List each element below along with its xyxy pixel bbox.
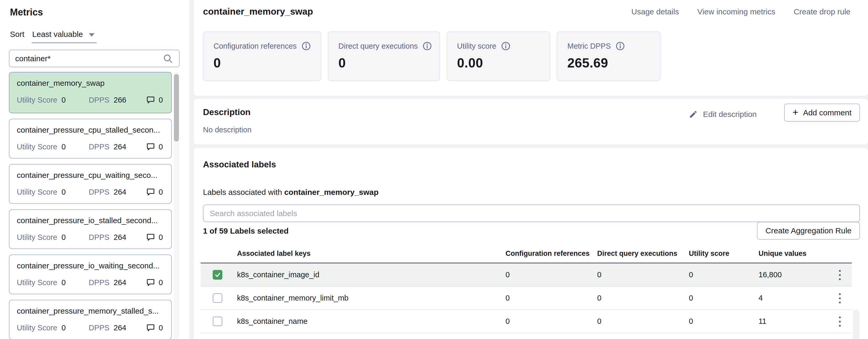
metric-name: container_pressure_io_waiting_second... bbox=[17, 261, 164, 270]
stat-label: Utility score bbox=[457, 42, 496, 50]
pencil-icon bbox=[689, 110, 698, 119]
table-row[interactable]: k8s_container_name 0 0 0 11 bbox=[200, 310, 852, 333]
sort-dropdown[interactable]: Least valuable bbox=[32, 29, 96, 43]
label-key: k8s_container_memory_limit_mb bbox=[237, 294, 349, 302]
utility-score-label: Utility Score bbox=[17, 324, 57, 332]
associated-labels-heading: Associated labels bbox=[203, 160, 276, 169]
metric-card[interactable]: container_pressure_cpu_stalled_secon... … bbox=[9, 119, 172, 159]
info-icon[interactable] bbox=[302, 41, 311, 51]
sort-label: Sort bbox=[10, 29, 24, 39]
table-scrollbar[interactable] bbox=[853, 309, 859, 339]
metric-card[interactable]: container_pressure_memory_stalled_s... U… bbox=[9, 300, 172, 339]
table-row[interactable]: k8s_container_memory_limit_mb 0 0 0 4 bbox=[200, 287, 852, 310]
info-icon[interactable] bbox=[501, 41, 510, 51]
comment-count: 0 bbox=[159, 142, 163, 151]
info-icon[interactable] bbox=[616, 41, 625, 51]
edit-description-button[interactable]: Edit description bbox=[689, 110, 757, 119]
dpps-value: 264 bbox=[114, 188, 126, 197]
label-key: k8s_container_name bbox=[237, 317, 308, 326]
metric-name: container_memory_swap bbox=[17, 79, 164, 88]
labels-table: Associated label keys Configuration refe… bbox=[200, 243, 852, 333]
sort-value: Least valuable bbox=[32, 30, 83, 39]
dpps-label: DPPS bbox=[89, 324, 110, 332]
metric-card[interactable]: container_pressure_io_stalled_second... … bbox=[9, 209, 172, 249]
comment-icon bbox=[146, 142, 155, 151]
description-heading: Description bbox=[203, 107, 251, 117]
unique-values-value: 4 bbox=[758, 294, 763, 302]
unique-values-value: 16,800 bbox=[758, 270, 782, 279]
stat-value: 0.00 bbox=[457, 56, 540, 71]
metrics-sidebar: Metrics Sort Least valuable container_me… bbox=[0, 0, 189, 339]
direct-queries-value: 0 bbox=[597, 270, 601, 279]
dpps-label: DPPS bbox=[89, 142, 110, 151]
row-menu-button[interactable] bbox=[833, 267, 846, 283]
config-refs-value: 0 bbox=[505, 317, 510, 326]
column-header-unique-values: Unique values bbox=[758, 249, 806, 258]
selection-summary: 1 of 59 Labels selected bbox=[203, 227, 289, 235]
metric-card[interactable]: container_pressure_cpu_waiting_seco... U… bbox=[9, 164, 172, 204]
stat-value: 0 bbox=[338, 56, 430, 71]
comment-count: 0 bbox=[159, 278, 163, 287]
metric-search-input[interactable] bbox=[15, 54, 162, 63]
direct-queries-value: 0 bbox=[597, 317, 601, 326]
utility-score-value: 0 bbox=[62, 142, 66, 151]
direct-queries-value: 0 bbox=[597, 294, 601, 302]
metric-card[interactable]: container_pressure_io_waiting_second... … bbox=[9, 255, 172, 294]
utility-score-value: 0 bbox=[62, 324, 66, 332]
stat-card-direct-query-executions: Direct query executions 0 bbox=[328, 31, 440, 81]
chevron-down-icon bbox=[89, 33, 95, 37]
stat-label: Configuration references bbox=[214, 42, 297, 50]
row-menu-button[interactable] bbox=[833, 290, 846, 306]
stat-card-configuration-references: Configuration references 0 bbox=[203, 31, 321, 81]
description-body: No description bbox=[203, 126, 251, 134]
utility-score-value: 0 bbox=[62, 278, 66, 287]
comment-count: 0 bbox=[159, 188, 163, 197]
row-menu-button[interactable] bbox=[833, 314, 846, 329]
associated-labels-panel: Associated labels Labels associated with… bbox=[194, 148, 868, 339]
metric-card[interactable]: container_memory_swap Utility Score 0 DP… bbox=[9, 72, 172, 113]
utility-score-label: Utility Score bbox=[17, 142, 57, 151]
dpps-label: DPPS bbox=[89, 188, 110, 197]
info-icon[interactable] bbox=[423, 41, 432, 51]
dpps-value: 266 bbox=[114, 96, 126, 104]
metric-name: container_pressure_io_stalled_second... bbox=[17, 216, 164, 225]
config-refs-value: 0 bbox=[505, 294, 510, 302]
metrics-governance-page: Metrics Sort Least valuable container_me… bbox=[0, 0, 868, 339]
utility-score-label: Utility Score bbox=[17, 278, 57, 287]
stat-value: 0 bbox=[214, 56, 311, 71]
column-header-direct-queries: Direct query executions bbox=[597, 249, 677, 258]
row-checkbox[interactable] bbox=[213, 270, 222, 280]
sidebar-scrollbar-thumb[interactable] bbox=[174, 74, 179, 141]
dpps-label: DPPS bbox=[89, 278, 110, 287]
add-comment-label: Add comment bbox=[803, 108, 851, 117]
table-row[interactable]: k8s_container_image_id 0 0 0 16,800 bbox=[200, 263, 852, 287]
comment-count: 0 bbox=[159, 96, 163, 104]
utility-score-value: 0 bbox=[62, 96, 66, 104]
dpps-value: 264 bbox=[114, 278, 126, 287]
column-header-utility-score: Utility score bbox=[689, 249, 730, 258]
utility-score-value: 0 bbox=[689, 317, 693, 326]
row-checkbox[interactable] bbox=[213, 293, 222, 303]
comment-icon bbox=[146, 278, 155, 287]
create-aggregation-rule-button[interactable]: Create Aggregation Rule bbox=[757, 222, 860, 240]
utility-score-label: Utility Score bbox=[17, 96, 57, 104]
page-title: container_memory_swap bbox=[203, 6, 313, 17]
label-search-box bbox=[203, 205, 860, 222]
sort-row: Sort Least valuable bbox=[10, 29, 97, 43]
unique-values-value: 11 bbox=[758, 317, 766, 326]
utility-score-value: 0 bbox=[62, 233, 66, 242]
subtitle-metric-name: container_memory_swap bbox=[284, 188, 378, 197]
stat-label: Direct query executions bbox=[338, 42, 418, 50]
view-incoming-metrics-link[interactable]: View incoming metrics bbox=[697, 7, 775, 16]
label-search-input[interactable] bbox=[210, 209, 853, 218]
utility-score-value: 0 bbox=[689, 270, 693, 279]
row-checkbox[interactable] bbox=[213, 316, 222, 326]
add-comment-button[interactable]: + Add comment bbox=[784, 104, 860, 122]
dpps-label: DPPS bbox=[89, 96, 110, 104]
column-header-config-refs: Configuration references bbox=[505, 249, 590, 258]
dpps-value: 264 bbox=[114, 142, 126, 151]
create-drop-rule-link[interactable]: Create drop rule bbox=[794, 7, 850, 16]
utility-score-label: Utility Score bbox=[17, 233, 57, 242]
column-header-label-keys: Associated label keys bbox=[237, 249, 311, 258]
usage-details-link[interactable]: Usage details bbox=[631, 7, 679, 16]
